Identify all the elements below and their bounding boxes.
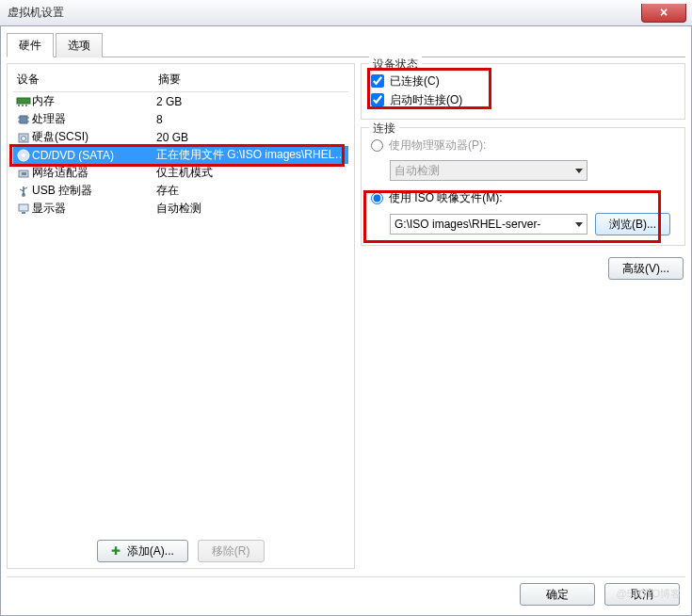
cpu-icon bbox=[15, 113, 32, 126]
connect-at-power-row[interactable]: 启动时连接(O) bbox=[371, 90, 675, 109]
svg-rect-0 bbox=[17, 98, 30, 104]
svg-rect-19 bbox=[19, 204, 28, 211]
physical-drive-radio[interactable] bbox=[371, 139, 383, 152]
tab-strip: 硬件 选项 bbox=[7, 32, 685, 57]
iso-path-value: G:\ISO images\RHEL-server- bbox=[394, 218, 540, 231]
title-bar: 虚拟机设置 × bbox=[0, 0, 692, 26]
add-device-label: 添加(A)... bbox=[127, 544, 174, 558]
usb-icon bbox=[15, 185, 32, 198]
device-row[interactable]: CD/DVD (SATA)正在使用文件 G:\ISO images\RHEL-.… bbox=[13, 146, 348, 164]
close-icon: × bbox=[660, 5, 668, 20]
display-icon bbox=[15, 203, 32, 216]
physical-drive-combo: 自动检测 bbox=[390, 160, 587, 181]
iso-path-combo[interactable]: G:\ISO images\RHEL-server- bbox=[390, 214, 587, 235]
device-row[interactable]: 网络适配器仅主机模式 bbox=[13, 164, 348, 182]
iso-file-radio[interactable] bbox=[371, 192, 383, 204]
connected-checkbox-row[interactable]: 已连接(C) bbox=[371, 72, 675, 90]
chevron-down-icon bbox=[575, 222, 583, 227]
device-list-header: 设备 摘要 bbox=[13, 72, 348, 91]
device-summary: 8 bbox=[156, 113, 346, 126]
svg-rect-4 bbox=[20, 116, 27, 123]
device-row[interactable]: 显示器自动检测 bbox=[13, 200, 348, 218]
window-title: 虚拟机设置 bbox=[8, 5, 64, 21]
col-device: 设备 bbox=[17, 72, 158, 88]
device-summary: 2 GB bbox=[156, 95, 346, 108]
device-detail-pane: 设备状态 已连接(C) 启动时连接(O) 连接 使用物理驱动器(P): bbox=[361, 63, 685, 569]
svg-point-12 bbox=[23, 154, 25, 156]
device-list-pane: 设备 摘要 内存2 GB处理器8硬盘(SCSI)20 GBCD/DVD (SAT… bbox=[7, 63, 355, 569]
iso-file-label: 使用 ISO 映像文件(M): bbox=[389, 190, 503, 206]
cancel-button[interactable]: 取消 bbox=[604, 583, 680, 606]
svg-rect-20 bbox=[22, 212, 25, 214]
iso-file-radio-row[interactable]: 使用 ISO 映像文件(M): bbox=[371, 188, 675, 207]
dialog-content: 硬件 选项 设备 摘要 内存2 GB处理器8硬盘(SCSI)20 GBCD/DV… bbox=[0, 26, 692, 616]
connected-label: 已连接(C) bbox=[390, 73, 440, 89]
col-summary: 摘要 bbox=[158, 72, 345, 88]
physical-drive-radio-row[interactable]: 使用物理驱动器(P): bbox=[371, 136, 675, 154]
tab-options[interactable]: 选项 bbox=[56, 33, 103, 57]
cd-icon bbox=[15, 149, 32, 162]
device-summary: 存在 bbox=[156, 183, 346, 199]
device-name: 内存 bbox=[32, 93, 156, 109]
device-status-group: 设备状态 已连接(C) 启动时连接(O) bbox=[361, 63, 685, 120]
device-name: CD/DVD (SATA) bbox=[32, 149, 156, 162]
physical-drive-combo-value: 自动检测 bbox=[394, 163, 440, 179]
device-name: 显示器 bbox=[32, 201, 156, 217]
ok-button[interactable]: 确定 bbox=[520, 583, 595, 606]
close-button[interactable]: × bbox=[641, 4, 686, 23]
memory-icon bbox=[15, 96, 32, 107]
device-name: 网络适配器 bbox=[32, 165, 156, 181]
svg-rect-3 bbox=[25, 105, 27, 106]
browse-button[interactable]: 浏览(B)... bbox=[595, 213, 670, 235]
nic-icon bbox=[15, 167, 32, 180]
connected-checkbox[interactable] bbox=[371, 74, 384, 88]
dialog-footer: 确定 取消 bbox=[7, 576, 685, 606]
device-list[interactable]: 内存2 GB处理器8硬盘(SCSI)20 GBCD/DVD (SATA)正在使用… bbox=[13, 91, 348, 532]
tab-hardware[interactable]: 硬件 bbox=[7, 33, 54, 57]
svg-rect-2 bbox=[22, 105, 24, 106]
device-row[interactable]: 硬盘(SCSI)20 GB bbox=[13, 128, 348, 146]
device-name: 处理器 bbox=[32, 111, 156, 127]
device-name: USB 控制器 bbox=[32, 183, 156, 199]
connection-group: 连接 使用物理驱动器(P): 自动检测 使用 ISO 映像文件(M): bbox=[361, 127, 685, 246]
device-row[interactable]: 内存2 GB bbox=[13, 92, 348, 110]
connect-at-power-checkbox[interactable] bbox=[371, 93, 384, 106]
connection-title: 连接 bbox=[369, 121, 399, 137]
device-summary: 自动检测 bbox=[156, 201, 346, 217]
device-row[interactable]: 处理器8 bbox=[13, 110, 348, 128]
device-summary: 正在使用文件 G:\ISO images\RHEL-... bbox=[156, 147, 346, 163]
remove-device-button: 移除(R) bbox=[198, 540, 265, 562]
device-name: 硬盘(SCSI) bbox=[32, 129, 156, 145]
svg-point-10 bbox=[22, 136, 26, 140]
hdd-icon bbox=[15, 131, 32, 144]
device-summary: 仅主机模式 bbox=[156, 165, 346, 181]
connect-at-power-label: 启动时连接(O) bbox=[390, 92, 462, 108]
add-icon: ✚ bbox=[111, 544, 121, 558]
advanced-button[interactable]: 高级(V)... bbox=[608, 257, 684, 280]
device-summary: 20 GB bbox=[156, 131, 346, 144]
device-status-title: 设备状态 bbox=[369, 57, 422, 73]
chevron-down-icon bbox=[575, 169, 583, 173]
svg-rect-14 bbox=[22, 172, 26, 175]
device-row[interactable]: USB 控制器存在 bbox=[13, 182, 348, 200]
svg-rect-1 bbox=[18, 105, 20, 106]
physical-drive-label: 使用物理驱动器(P): bbox=[389, 138, 486, 154]
add-device-button[interactable]: ✚ 添加(A)... bbox=[97, 540, 187, 562]
